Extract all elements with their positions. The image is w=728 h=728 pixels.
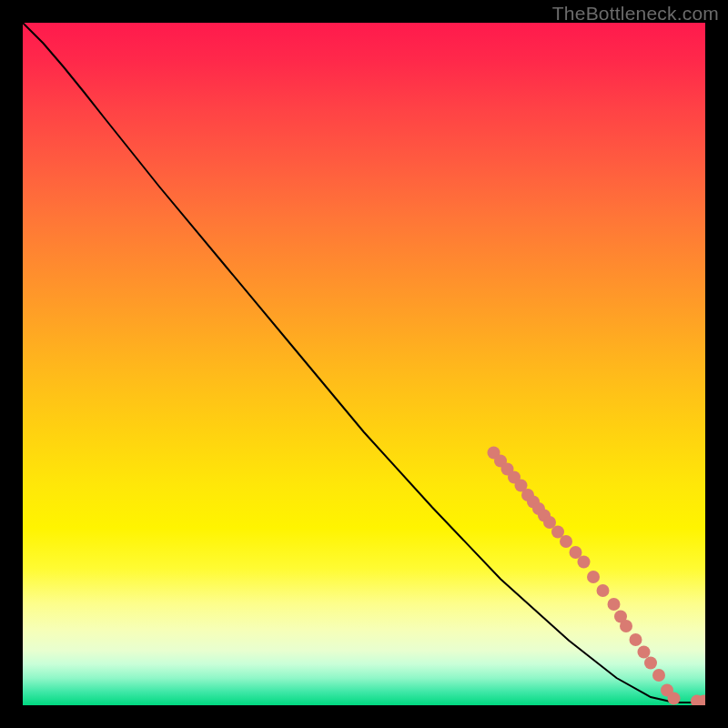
curve-line (23, 23, 705, 703)
data-point (668, 693, 681, 705)
data-point (597, 584, 610, 597)
watermark-text: TheBottleneck.com (552, 3, 719, 25)
data-point (638, 646, 651, 659)
data-point (630, 633, 642, 646)
data-point (578, 556, 591, 569)
chart-stage: TheBottleneck.com (0, 0, 728, 728)
data-point (587, 571, 600, 583)
data-point (620, 620, 632, 632)
data-point (608, 598, 621, 611)
data-point (644, 657, 657, 670)
plot-area (23, 23, 705, 705)
marker-group (488, 447, 706, 706)
data-point (560, 535, 572, 548)
chart-overlay (23, 23, 705, 705)
data-point (652, 669, 665, 682)
